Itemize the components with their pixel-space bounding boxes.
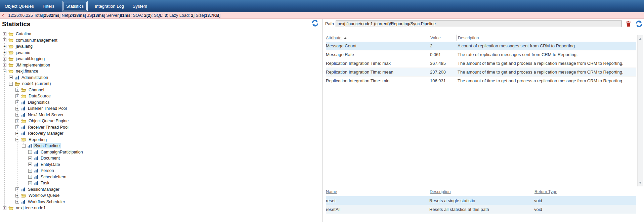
expand-icon[interactable]: + <box>15 200 19 204</box>
tree-item-nexj-model-server[interactable]: +NexJ Model Server <box>0 112 322 118</box>
collapse-icon[interactable]: − <box>15 138 19 141</box>
tree-item-label[interactable]: Receiver Thread Pool <box>27 125 70 130</box>
attribute-row-replication-integration-time-mean[interactable]: Replication Integration Time: mean237.20… <box>326 68 636 77</box>
expand-icon[interactable]: + <box>3 63 6 67</box>
expand-icon[interactable]: + <box>3 206 6 210</box>
tree-item-label[interactable]: java.nio <box>15 50 31 55</box>
expand-icon[interactable]: + <box>15 113 19 117</box>
tree-item-recovery-manager[interactable]: +Recovery Manager <box>0 130 322 137</box>
tree-item-document[interactable]: +Document <box>0 155 322 162</box>
tree-item-campaignparticipation[interactable]: +CampaignParticipation <box>0 149 322 156</box>
tree-item-label[interactable]: java.util.logging <box>15 56 46 61</box>
tree-item-label[interactable]: Person <box>40 168 55 173</box>
tree-item-java-nio[interactable]: +java.nio <box>0 50 322 56</box>
tree-item-java-lang[interactable]: +java.lang <box>0 43 322 50</box>
column-header-value[interactable]: Value <box>429 35 456 41</box>
expand-icon[interactable]: + <box>28 163 32 166</box>
expand-icon[interactable]: + <box>3 32 6 36</box>
vertical-scrollbar[interactable] <box>637 35 643 186</box>
refresh-icon[interactable] <box>311 19 319 27</box>
column-header-name[interactable]: Name <box>326 188 428 195</box>
method-row-reset[interactable]: resetResets a single statisticvoid <box>326 196 636 205</box>
tree-item-label[interactable]: Administration <box>20 75 49 80</box>
tree-item-label[interactable]: ScheduleItem <box>40 174 67 180</box>
tree-item-person[interactable]: +Person <box>0 168 322 174</box>
tree-item-scheduleitem[interactable]: +ScheduleItem <box>0 174 322 180</box>
tree-item-sessionmanager[interactable]: +SessionManager <box>0 186 322 193</box>
tree-item-label[interactable]: DataSource <box>28 93 52 99</box>
expand-icon[interactable]: + <box>28 175 32 179</box>
tree-item-entitydate[interactable]: +EntityDate <box>0 162 322 168</box>
tree-item-label[interactable]: nexj.finance <box>15 69 39 74</box>
tab-integration-log[interactable]: Integration Log <box>92 2 127 10</box>
tree-item-object-queue-engine[interactable]: +Object Queue Engine <box>0 118 322 124</box>
tree-item-label[interactable]: Reporting <box>28 137 48 142</box>
trash-icon[interactable] <box>626 21 631 27</box>
expand-icon[interactable]: + <box>28 169 32 173</box>
tree-item-java-util-logging[interactable]: +java.util.logging <box>0 56 322 62</box>
tree-item-label[interactable]: Listener Thread Pool <box>27 106 68 111</box>
tab-filters[interactable]: Filters <box>40 2 57 10</box>
expand-icon[interactable]: + <box>15 94 19 98</box>
scroll-down-icon[interactable] <box>639 182 642 184</box>
tree-item-label[interactable]: Workflow Queue <box>28 193 60 198</box>
tree-item-label[interactable]: Document <box>40 156 61 161</box>
collapse-icon[interactable]: − <box>22 144 26 148</box>
tree-item-label[interactable]: com.sun.management <box>15 38 58 43</box>
expand-icon[interactable]: + <box>15 100 19 104</box>
tree-item-channel[interactable]: +Channel <box>0 87 322 93</box>
column-header-return-type[interactable]: Return Type <box>533 188 636 195</box>
column-header-description[interactable]: Description <box>456 35 636 41</box>
expand-icon[interactable]: + <box>3 45 6 48</box>
expand-icon[interactable]: + <box>28 181 32 185</box>
tree-item-label[interactable]: nexj.teee.node1 <box>15 205 47 211</box>
tree-item-jmimplementation[interactable]: +JMImplementation <box>0 62 322 69</box>
column-header-method-description[interactable]: Description <box>428 188 533 195</box>
tree-item-listener-thread-pool[interactable]: +Listener Thread Pool <box>0 105 322 112</box>
expand-icon[interactable]: + <box>15 187 19 191</box>
scroll-up-icon[interactable] <box>639 38 642 40</box>
expand-icon[interactable]: + <box>15 194 19 197</box>
tree-item-label[interactable]: java.lang <box>15 44 34 49</box>
tree-item-com-sun-management[interactable]: +com.sun.management <box>0 37 322 44</box>
tree-item-label[interactable]: node1 (current) <box>21 81 52 86</box>
tab-statistics[interactable]: Statistics <box>63 2 87 10</box>
tree-item-workflow-scheduler[interactable]: +Workflow Scheduler <box>0 199 322 205</box>
tree-item-label[interactable]: NexJ Model Server <box>27 112 65 118</box>
tree-item-label[interactable]: Recovery Manager <box>27 131 65 136</box>
expand-icon[interactable]: + <box>9 76 13 79</box>
expand-icon[interactable]: + <box>15 88 19 92</box>
refresh-icon[interactable] <box>635 20 643 28</box>
expand-icon[interactable]: + <box>28 157 32 160</box>
expand-icon[interactable]: + <box>15 132 19 135</box>
tree-item-nexj-teee-node1[interactable]: +nexj.teee.node1 <box>0 205 322 211</box>
expand-icon[interactable]: + <box>3 51 6 54</box>
tree-item-label[interactable]: Task <box>40 180 50 186</box>
tree-item-reporting[interactable]: −Reporting <box>0 137 322 143</box>
tab-system[interactable]: System <box>130 2 150 10</box>
tree-item-receiver-thread-pool[interactable]: +Receiver Thread Pool <box>0 124 322 131</box>
collapse-icon[interactable]: − <box>9 82 13 86</box>
tree-item-label[interactable]: Catalina <box>15 31 32 37</box>
tree-item-diagnostics[interactable]: +Diagnostics <box>0 99 322 106</box>
attribute-row-message-count[interactable]: Message Count2A count of replication mes… <box>326 42 636 50</box>
path-input[interactable] <box>336 20 622 27</box>
tree-item-label[interactable]: Sync Pipeline <box>33 143 61 148</box>
expand-icon[interactable]: + <box>28 150 32 154</box>
tree-item-administration[interactable]: +Administration <box>0 75 322 81</box>
column-header-attribute[interactable]: Attribute <box>326 35 429 41</box>
tree-item-nexj-finance[interactable]: −nexj.finance <box>0 68 322 75</box>
expand-icon[interactable]: + <box>3 38 6 42</box>
tree-item-label[interactable]: Channel <box>28 87 45 93</box>
attribute-row-replication-integration-time-max[interactable]: Replication Integration Time: max367.485… <box>326 59 636 68</box>
tree-item-datasource[interactable]: +DataSource <box>0 93 322 99</box>
tree-item-label[interactable]: Workflow Scheduler <box>27 199 66 205</box>
attribute-row-message-rate[interactable]: Message Rate0.061The rate of replication… <box>326 50 636 59</box>
tree-item-node1-current[interactable]: −node1 (current) <box>0 81 322 87</box>
back-arrow-icon[interactable]: < <box>2 13 4 18</box>
tab-object-queues[interactable]: Object Queues <box>2 2 37 10</box>
expand-icon[interactable]: + <box>3 57 6 61</box>
expand-icon[interactable]: + <box>15 119 19 123</box>
tree-item-label[interactable]: SessionManager <box>27 187 60 192</box>
tree-item-sync-pipeline[interactable]: −Sync Pipeline <box>0 143 322 149</box>
